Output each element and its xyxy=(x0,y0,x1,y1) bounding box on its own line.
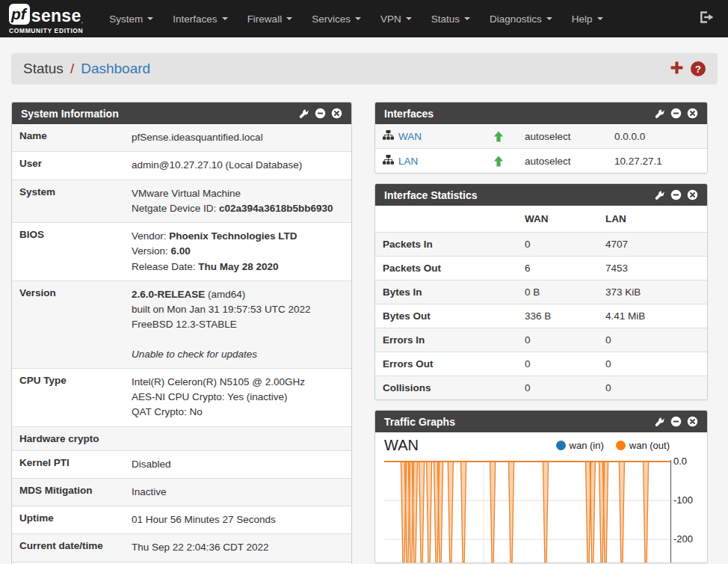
row-value: 2.6.0-RELEASE (amd64)built on Mon Jan 31… xyxy=(124,281,351,368)
legend-label: wan (in) xyxy=(570,440,604,451)
row-value: admin@10.27.27.10 (Local Database) xyxy=(124,152,351,179)
traffic-graphs-header: Traffic Graphs xyxy=(375,411,707,432)
menu-label: System xyxy=(109,13,143,25)
table-row: Uptime01 Hour 56 Minutes 27 Seconds xyxy=(12,506,351,533)
interface-row: LANautoselect10.27.27.1 xyxy=(375,148,707,173)
row-value: Inactive xyxy=(124,479,351,506)
stat-value-lan: 0 xyxy=(605,382,700,393)
stat-value-wan: 336 B xyxy=(525,310,605,322)
table-row: Bytes In0 B373 KiB xyxy=(375,280,707,304)
axis-tick-label: -100 xyxy=(673,494,693,506)
nav-menu-system[interactable]: System xyxy=(99,0,163,37)
menu-label: Diagnostics xyxy=(490,13,542,25)
close-icon[interactable] xyxy=(687,108,698,119)
table-row: Errors Out00 xyxy=(375,352,707,376)
status-up-icon xyxy=(472,156,525,167)
minimize-icon[interactable] xyxy=(670,416,682,427)
stat-value-lan: 4707 xyxy=(605,239,700,250)
chevron-down-icon xyxy=(546,17,552,20)
wrench-icon[interactable] xyxy=(655,417,665,427)
panel-title: Interface Statistics xyxy=(384,189,478,201)
row-value xyxy=(124,427,351,450)
sitemap-icon xyxy=(383,130,394,142)
system-information-panel: System Information NamepfSense.ideasquan… xyxy=(11,102,352,564)
chevron-down-icon xyxy=(597,17,603,20)
interface-link-lan[interactable]: LAN xyxy=(398,156,418,167)
minimize-icon[interactable] xyxy=(670,189,682,200)
stats-column-header: LAN xyxy=(605,213,700,224)
row-label: Packets In xyxy=(383,239,525,250)
nav-menu-vpn[interactable]: VPN xyxy=(371,0,422,37)
nav-menu-interfaces[interactable]: Interfaces xyxy=(163,0,237,37)
logo-edition-tagline: COMMUNITY EDITION xyxy=(9,27,83,34)
table-row: Errors In00 xyxy=(375,328,707,352)
interface-statistics-rows: WANLANPackets In04707Packets Out67453Byt… xyxy=(375,206,707,399)
nav-menu-status[interactable]: Status xyxy=(422,0,480,37)
nav-menu-services[interactable]: Services xyxy=(302,0,371,37)
pfsense-logo[interactable]: pf sense . COMMUNITY EDITION xyxy=(9,4,83,34)
stat-value-lan: 7453 xyxy=(605,263,700,274)
interface-address: 0.0.0.0 xyxy=(614,131,700,142)
legend-dot xyxy=(616,441,626,450)
stat-value-wan: 0 xyxy=(525,382,605,393)
wrench-icon[interactable] xyxy=(655,190,665,200)
nav-menus: SystemInterfacesFirewallServicesVPNStatu… xyxy=(99,0,612,37)
table-row: NamepfSense.ideasquantified.local xyxy=(12,124,351,151)
logout-button[interactable] xyxy=(700,10,715,27)
chevron-down-icon xyxy=(147,17,153,20)
interfaces-panel: Interfaces WANautoselect0.0.0.0LANautose… xyxy=(374,102,708,174)
row-value: VMware Virtual MachineNetgate Device ID:… xyxy=(124,180,351,223)
row-label: Errors In xyxy=(383,334,525,346)
stat-value-wan: 0 xyxy=(525,334,605,346)
minimize-icon[interactable] xyxy=(670,108,682,119)
panel-title: Interfaces xyxy=(384,108,434,120)
traffic-graph-y-axis: 0.0-100-200 xyxy=(671,460,700,563)
help-button[interactable]: ? xyxy=(691,61,706,76)
system-information-header: System Information xyxy=(12,102,351,124)
question-mark-icon: ? xyxy=(695,64,701,75)
top-navbar: pf sense . COMMUNITY EDITION SystemInter… xyxy=(0,0,728,37)
traffic-graph-svg xyxy=(384,460,670,563)
axis-tick-label: 0.0 xyxy=(673,456,687,467)
breadcrumb-section: Status xyxy=(23,61,64,77)
stat-value-lan: 4.41 MiB xyxy=(605,310,700,322)
legend-label: wan (out) xyxy=(629,440,670,451)
traffic-graph-plot xyxy=(384,460,671,563)
close-icon[interactable] xyxy=(687,189,698,200)
close-icon[interactable] xyxy=(687,416,698,427)
table-row: Current date/timeThu Sep 22 2:04:36 CDT … xyxy=(12,533,351,561)
axis-tick-label: -200 xyxy=(673,533,693,545)
add-widget-button[interactable] xyxy=(670,61,683,77)
table-row: DNS server(s)127.0.0.11.1.1.1 xyxy=(12,562,351,564)
nav-menu-help[interactable]: Help xyxy=(562,0,613,37)
interfaces-header: Interfaces xyxy=(375,102,707,124)
traffic-graph-title: WAN xyxy=(384,437,419,454)
menu-label: Firewall xyxy=(247,13,283,25)
wrench-icon[interactable] xyxy=(299,108,309,119)
interface-media: autoselect xyxy=(525,156,614,167)
close-icon[interactable] xyxy=(331,108,342,119)
row-label: MDS Mitigation xyxy=(12,479,124,506)
row-label: CPU Type xyxy=(12,369,124,426)
stat-value-lan: 0 xyxy=(605,358,700,370)
sign-out-icon xyxy=(700,10,715,27)
interface-statistics-panel: Interface Statistics WANLANPackets In047… xyxy=(374,183,708,400)
nav-menu-firewall[interactable]: Firewall xyxy=(238,0,303,37)
row-label: Bytes In xyxy=(383,286,525,298)
table-row: MDS MitigationInactive xyxy=(12,478,351,506)
stats-header-spacer xyxy=(383,213,525,224)
minimize-icon[interactable] xyxy=(315,108,326,119)
table-row: Packets In04707 xyxy=(375,232,707,256)
panel-title: Traffic Graphs xyxy=(384,416,455,428)
nav-menu-diagnostics[interactable]: Diagnostics xyxy=(480,0,562,37)
table-row: Useradmin@10.27.27.10 (Local Database) xyxy=(12,151,351,179)
row-label: Hardware crypto xyxy=(12,427,124,450)
wrench-icon[interactable] xyxy=(655,108,665,119)
row-value: Disabled xyxy=(124,451,351,478)
interface-statistics-header: Interface Statistics xyxy=(375,184,707,206)
breadcrumb-page-link[interactable]: Dashboard xyxy=(81,61,150,77)
row-value: Thu Sep 22 2:04:36 CDT 2022 xyxy=(124,534,351,561)
interface-link-wan[interactable]: WAN xyxy=(398,131,422,142)
system-info-rows: NamepfSense.ideasquantified.localUseradm… xyxy=(12,124,351,564)
row-label: Name xyxy=(12,124,124,151)
